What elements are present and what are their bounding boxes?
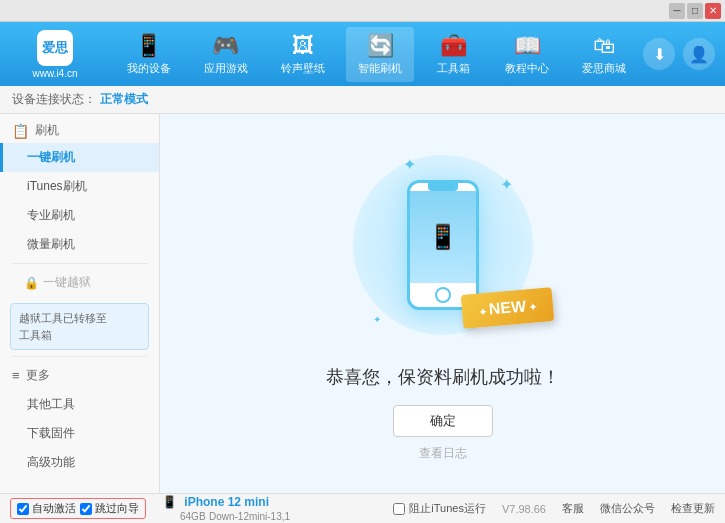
other-tools-label: 其他工具: [27, 397, 75, 411]
store-label: 爱思商城: [582, 61, 626, 76]
micro-flash-label: 微量刷机: [27, 237, 75, 251]
support-link[interactable]: 客服: [562, 501, 584, 516]
version-text: V7.98.66: [502, 503, 546, 515]
device-name: iPhone 12 mini: [184, 495, 269, 509]
nav-right: ⬇ 👤: [643, 38, 715, 70]
device-model: Down-12mini-13,1: [209, 511, 290, 522]
phone-home-button: [435, 287, 451, 303]
sidebar-item-itunes-flash[interactable]: iTunes刷机: [0, 172, 159, 201]
device-icon: 📱: [162, 495, 177, 509]
stop-itunes-label: 阻止iTunes运行: [409, 501, 486, 516]
bottom-left: 自动激活 跳过向导 📱 iPhone 12 mini 64GB Down-12m…: [10, 495, 290, 523]
more-section-header: ≡ 更多: [0, 361, 159, 390]
skip-guide-checkbox[interactable]: [80, 503, 92, 515]
nav-toolbox[interactable]: 🧰 工具箱: [424, 27, 484, 82]
stop-itunes-group: 阻止iTunes运行: [393, 501, 486, 516]
sidebar-divider-1: [12, 263, 147, 264]
checkbox-group: 自动激活 跳过向导: [10, 498, 146, 519]
nav-items: 📱 我的设备 🎮 应用游戏 🖼 铃声壁纸 🔄 智能刷机 🧰 工具箱 📖 教程中心…: [110, 27, 643, 82]
apps-icon: 🎮: [212, 33, 239, 59]
toolbox-icon: 🧰: [440, 33, 467, 59]
my-device-label: 我的设备: [127, 61, 171, 76]
bottom-bar: 自动激活 跳过向导 📱 iPhone 12 mini 64GB Down-12m…: [0, 493, 725, 523]
phone-screen-icon: 📱: [428, 223, 458, 251]
flash-section-icon: 📋: [12, 123, 29, 139]
top-nav: 爱思 www.i4.cn 📱 我的设备 🎮 应用游戏 🖼 铃声壁纸 🔄 智能刷机…: [0, 22, 725, 86]
toolbox-label: 工具箱: [437, 61, 470, 76]
stop-itunes-checkbox[interactable]: [393, 503, 405, 515]
jailbreak-label: 一键越狱: [43, 274, 91, 291]
finish-link[interactable]: 查看日志: [419, 445, 467, 462]
main-layout: 📋 刷机 一键刷机 iTunes刷机 专业刷机 微量刷机 🔒 一键越狱 越狱工具…: [0, 114, 725, 493]
one-click-flash-label: 一键刷机: [27, 150, 75, 164]
star-icon-3: ✦: [373, 314, 381, 325]
minimize-button[interactable]: ─: [669, 3, 685, 19]
sidebar: 📋 刷机 一键刷机 iTunes刷机 专业刷机 微量刷机 🔒 一键越狱 越狱工具…: [0, 114, 160, 493]
phone-screen: 📱: [410, 191, 476, 283]
device-storage: 64GB: [180, 511, 206, 522]
sidebar-item-advanced[interactable]: 高级功能: [0, 448, 159, 477]
smart-flash-label: 智能刷机: [358, 61, 402, 76]
download-button[interactable]: ⬇: [643, 38, 675, 70]
jailbreak-notice: 越狱工具已转移至工具箱: [10, 303, 149, 350]
skip-guide-checkbox-item[interactable]: 跳过向导: [80, 501, 139, 516]
advanced-label: 高级功能: [27, 455, 75, 469]
account-button[interactable]: 👤: [683, 38, 715, 70]
status-label: 设备连接状态：: [12, 91, 96, 108]
update-link[interactable]: 检查更新: [671, 501, 715, 516]
notice-text: 越狱工具已转移至工具箱: [19, 312, 107, 341]
phone-illustration: ✦ ✦ ✦ 📱 NEW: [343, 145, 543, 345]
content-area: ✦ ✦ ✦ 📱 NEW 恭喜您，保资料刷机成功啦！ 确定 查看日志: [160, 114, 725, 493]
smart-flash-icon: 🔄: [367, 33, 394, 59]
auto-activate-checkbox-item[interactable]: 自动激活: [17, 501, 76, 516]
apps-label: 应用游戏: [204, 61, 248, 76]
skip-guide-label: 跳过向导: [95, 501, 139, 516]
logo-icon: 爱思: [37, 30, 73, 66]
nav-store[interactable]: 🛍 爱思商城: [570, 27, 638, 82]
itunes-flash-label: iTunes刷机: [27, 179, 87, 193]
more-section-icon: ≡: [12, 368, 20, 383]
nav-wallpaper[interactable]: 🖼 铃声壁纸: [269, 27, 337, 82]
sidebar-divider-2: [12, 356, 147, 357]
download-firmware-label: 下载固件: [27, 426, 75, 440]
sidebar-item-pro-flash[interactable]: 专业刷机: [0, 201, 159, 230]
star-icon-2: ✦: [500, 175, 513, 194]
wallpaper-icon: 🖼: [292, 33, 314, 59]
pro-flash-label: 专业刷机: [27, 208, 75, 222]
nav-tutorials[interactable]: 📖 教程中心: [493, 27, 561, 82]
flash-section-label: 刷机: [35, 122, 59, 139]
confirm-button[interactable]: 确定: [393, 405, 493, 437]
store-icon: 🛍: [593, 33, 615, 59]
tutorials-label: 教程中心: [505, 61, 549, 76]
nav-smart-flash[interactable]: 🔄 智能刷机: [346, 27, 414, 82]
device-info: 📱 iPhone 12 mini 64GB Down-12mini-13,1: [162, 495, 290, 523]
close-button[interactable]: ✕: [705, 3, 721, 19]
new-badge: NEW: [460, 287, 554, 329]
sidebar-item-other-tools[interactable]: 其他工具: [0, 390, 159, 419]
maximize-button[interactable]: □: [687, 3, 703, 19]
sidebar-item-one-click-flash[interactable]: 一键刷机: [0, 143, 159, 172]
more-section-label: 更多: [26, 367, 50, 384]
logo-url: www.i4.cn: [32, 68, 77, 79]
wechat-link[interactable]: 微信公众号: [600, 501, 655, 516]
success-text: 恭喜您，保资料刷机成功啦！: [326, 365, 560, 389]
sidebar-item-jailbreak: 🔒 一键越狱: [0, 268, 159, 297]
flash-section-header: 📋 刷机: [0, 114, 159, 143]
status-bar: 设备连接状态： 正常模式: [0, 86, 725, 114]
auto-activate-checkbox[interactable]: [17, 503, 29, 515]
bottom-right: 阻止iTunes运行 V7.98.66 客服 微信公众号 检查更新: [393, 501, 715, 516]
star-icon-1: ✦: [403, 155, 416, 174]
lock-icon: 🔒: [24, 276, 39, 290]
wallpaper-label: 铃声壁纸: [281, 61, 325, 76]
nav-apps[interactable]: 🎮 应用游戏: [192, 27, 260, 82]
sidebar-item-download-firmware[interactable]: 下载固件: [0, 419, 159, 448]
title-bar: ─ □ ✕: [0, 0, 725, 22]
logo-text: 爱思: [42, 39, 68, 57]
nav-my-device[interactable]: 📱 我的设备: [115, 27, 183, 82]
sidebar-item-micro-flash[interactable]: 微量刷机: [0, 230, 159, 259]
status-value: 正常模式: [100, 91, 148, 108]
auto-activate-label: 自动激活: [32, 501, 76, 516]
my-device-icon: 📱: [135, 33, 162, 59]
tutorials-icon: 📖: [514, 33, 541, 59]
phone-body: 📱: [407, 180, 479, 310]
